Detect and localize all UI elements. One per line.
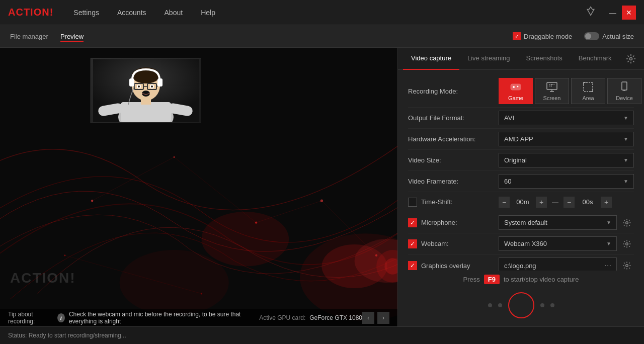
microphone-settings-button[interactable] bbox=[620, 216, 634, 230]
main-content: ACTION! Tip about recording: i Check the… bbox=[0, 48, 644, 326]
hw-accel-row: Hardware Acceleration: AMD APP ▼ bbox=[408, 129, 634, 150]
actual-size-checkbox[interactable] bbox=[584, 32, 599, 40]
recording-mode-row: Recording Mode: Game bbox=[408, 75, 634, 108]
timeshift-minutes-minus[interactable]: − bbox=[499, 197, 510, 208]
tip-label: Tip about recording: bbox=[8, 311, 53, 325]
microphone-label: Microphone: bbox=[421, 219, 457, 226]
window-controls: — ✕ bbox=[606, 6, 636, 20]
tab-benchmark[interactable]: Benchmark bbox=[571, 48, 620, 70]
microphone-arrow: ▼ bbox=[606, 220, 611, 225]
graphics-overlay-label-section: Graphics overlay bbox=[408, 261, 499, 270]
nav-help[interactable]: Help bbox=[201, 7, 215, 19]
graphics-overlay-dropdown[interactable]: c:\logo.png ··· bbox=[499, 257, 617, 271]
mode-screen-label: Screen bbox=[543, 95, 561, 101]
record-area: Press F9 to start/stop video capture bbox=[398, 271, 644, 326]
pin-icon[interactable] bbox=[586, 6, 596, 19]
tab-live-streaming[interactable]: Live streaming bbox=[459, 48, 518, 70]
svg-point-41 bbox=[630, 57, 632, 60]
svg-rect-49 bbox=[584, 82, 593, 92]
nav-about[interactable]: About bbox=[165, 7, 183, 19]
tabs-bar: Video capture Live streaming Screenshots… bbox=[398, 48, 644, 70]
microphone-checkbox[interactable] bbox=[408, 218, 417, 227]
video-size-row: Video Size: Original ▼ bbox=[408, 150, 634, 171]
microphone-dropdown[interactable]: System default ▼ bbox=[499, 215, 617, 230]
timeshift-seconds-plus[interactable]: + bbox=[601, 197, 612, 208]
nav-settings[interactable]: Settings bbox=[73, 7, 99, 19]
watermark: ACTION! bbox=[10, 270, 76, 286]
preview-tab[interactable]: Preview bbox=[60, 31, 84, 42]
draggable-mode-checkbox[interactable] bbox=[513, 32, 521, 40]
timeshift-checkbox[interactable] bbox=[408, 198, 417, 207]
framerate-value: 60 bbox=[504, 178, 511, 185]
shortcut-key-badge: F9 bbox=[484, 275, 500, 284]
timeshift-seconds-minus[interactable]: − bbox=[564, 197, 575, 208]
mode-area-button[interactable]: Area bbox=[571, 78, 605, 104]
close-button[interactable]: ✕ bbox=[622, 6, 636, 20]
graphics-overlay-control: c:\logo.png ··· bbox=[499, 257, 634, 271]
svg-point-37 bbox=[151, 85, 153, 88]
webcam-settings-button[interactable] bbox=[620, 237, 634, 251]
webcam-value: Webcam X360 bbox=[504, 240, 547, 247]
gpu-info: Active GPU card: GeForce GTX 1080 bbox=[259, 314, 362, 321]
timeshift-seconds-value: 00s bbox=[578, 198, 598, 206]
output-format-dropdown[interactable]: AVI ▼ bbox=[499, 111, 634, 125]
webcam-dropdown[interactable]: Webcam X360 ▼ bbox=[499, 236, 617, 251]
svg-point-9 bbox=[201, 293, 202, 294]
gpu-value: GeForce GTX 1080 bbox=[309, 314, 362, 321]
webcam-label-section: Webcam: bbox=[408, 239, 499, 248]
area-icon bbox=[582, 81, 594, 93]
tip-next-button[interactable]: › bbox=[377, 312, 389, 324]
draggable-mode-toggle[interactable]: Draggable mode bbox=[513, 32, 572, 40]
webcam-label: Webcam: bbox=[421, 240, 449, 247]
graphics-overlay-settings-button[interactable] bbox=[620, 259, 634, 271]
svg-rect-23 bbox=[121, 102, 171, 122]
mode-game-button[interactable]: Game bbox=[499, 78, 533, 104]
mode-device-button[interactable]: Device bbox=[607, 78, 641, 104]
tip-prev-button[interactable]: ‹ bbox=[362, 312, 374, 324]
svg-rect-40 bbox=[157, 78, 163, 87]
minimize-button[interactable]: — bbox=[606, 6, 620, 20]
preview-panel: ACTION! Tip about recording: i Check the… bbox=[0, 48, 397, 326]
mode-screen-button[interactable]: Screen bbox=[535, 78, 569, 104]
recording-mode-control: Game Screen bbox=[499, 78, 641, 104]
webcam-person-svg bbox=[93, 59, 199, 122]
tip-navigation: ‹ › bbox=[362, 312, 389, 324]
graphics-overlay-gear-icon bbox=[622, 261, 631, 270]
panel-settings-icon[interactable] bbox=[623, 51, 639, 67]
timeshift-control: − 00m + — − 00s + bbox=[499, 197, 634, 208]
graphics-overlay-label: Graphics overlay bbox=[421, 262, 470, 270]
mode-game-label: Game bbox=[508, 95, 523, 101]
tip-section: Tip about recording: i Check the webcam … bbox=[8, 311, 259, 325]
video-size-label: Video Size: bbox=[408, 156, 499, 164]
webcam-checkbox[interactable] bbox=[408, 239, 417, 248]
framerate-dropdown[interactable]: 60 ▼ bbox=[499, 174, 634, 189]
hw-accel-dropdown[interactable]: AMD APP ▼ bbox=[499, 132, 634, 146]
webcam-overlay[interactable] bbox=[91, 58, 201, 123]
webcam-arrow: ▼ bbox=[606, 241, 611, 246]
indicator-dot-active[interactable] bbox=[508, 292, 534, 318]
mode-buttons: Game Screen bbox=[499, 78, 641, 104]
svg-point-56 bbox=[626, 221, 628, 224]
actual-size-toggle[interactable]: Actual size bbox=[584, 32, 634, 40]
video-size-dropdown[interactable]: Original ▼ bbox=[499, 153, 634, 167]
nav-accounts[interactable]: Accounts bbox=[117, 7, 146, 19]
svg-point-1 bbox=[201, 212, 289, 267]
webcam-row: Webcam: Webcam X360 ▼ bbox=[408, 233, 634, 254]
graphics-overlay-checkbox[interactable] bbox=[408, 261, 417, 270]
timeshift-minutes-plus[interactable]: + bbox=[536, 197, 547, 208]
device-icon bbox=[618, 81, 630, 93]
tab-screenshots[interactable]: Screenshots bbox=[518, 48, 571, 70]
press-text: Press bbox=[463, 276, 480, 283]
hw-accel-label: Hardware Acceleration: bbox=[408, 135, 499, 143]
svg-point-58 bbox=[626, 265, 628, 267]
timeshift-minutes-value: 00m bbox=[513, 198, 533, 206]
output-format-value: AVI bbox=[504, 114, 514, 122]
timeshift-label: Time-Shift: bbox=[408, 198, 499, 207]
svg-rect-54 bbox=[622, 82, 627, 90]
indicator-dot-4 bbox=[550, 303, 554, 307]
settings-content: Recording Mode: Game bbox=[398, 70, 644, 271]
tab-video-capture[interactable]: Video capture bbox=[403, 48, 459, 70]
file-manager-tab[interactable]: File manager bbox=[10, 31, 48, 42]
action-text: to start/stop video capture bbox=[504, 276, 579, 283]
logo-text: ACT bbox=[8, 7, 30, 18]
